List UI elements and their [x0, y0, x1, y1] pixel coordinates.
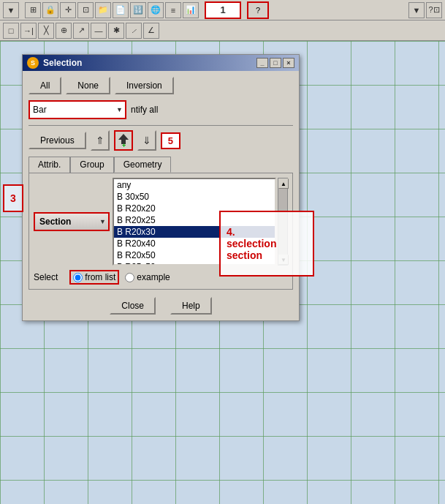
list-item-selected[interactable]: B R20x30 — [114, 226, 275, 238]
tb-r2-arr2[interactable]: ↗ — [73, 23, 89, 39]
restore-button[interactable]: □ — [270, 58, 281, 68]
annotation-label-3: 3 — [10, 192, 16, 204]
annotation-box-1: 1 — [205, 1, 241, 19]
section-listbox[interactable]: any B 30x50 B R20x20 B R20x25 B R20x30 B… — [113, 178, 276, 266]
grid-line-v10 — [395, 41, 395, 504]
grid-line-v11 — [438, 41, 439, 504]
toolbar-row2: □ →| ╳ ⊕ ↗ — ✱ ⟋ ∠ — [0, 20, 445, 41]
svg-text:+: + — [122, 142, 126, 148]
tb-r2-0[interactable]: □ — [3, 23, 19, 39]
toolbar-row1: ▼ ⊞ 🔒 ✛ ⊡ 📁 📄 🔢 🌐 ≡ 📊 1 ? ▼ ?⊡ — [0, 0, 445, 20]
grid-line-v9 — [351, 41, 351, 504]
list-item[interactable]: B R20x50 — [114, 249, 275, 261]
arrow-up-btn[interactable]: ⇑ — [91, 130, 110, 151]
annotation-box-3: 3 — [3, 184, 23, 212]
tb-r2-cross2[interactable]: ⊕ — [56, 23, 72, 39]
tb-r2-angle[interactable]: ∠ — [143, 23, 159, 39]
tb-btn-calc[interactable]: 🔢 — [130, 2, 146, 18]
tb-dropdown1[interactable]: ▼ — [3, 2, 19, 18]
tb-btn-cross[interactable]: ✛ — [60, 2, 76, 18]
example-label: example — [137, 272, 170, 282]
list-item[interactable]: B R20x20 — [114, 203, 275, 214]
tb-btn-doc[interactable]: 📄 — [113, 2, 129, 18]
main-area: S Selection _ □ × All None Inversion Bar — [0, 41, 445, 504]
inversion-button[interactable]: Inversion — [115, 77, 174, 94]
example-radio[interactable] — [125, 273, 134, 282]
help-button[interactable]: Help — [170, 297, 212, 315]
list-item[interactable]: B 30x50 — [114, 191, 275, 203]
selection-dialog: S Selection _ □ × All None Inversion Bar — [22, 54, 300, 321]
annotation-5-box: 5 — [161, 132, 180, 149]
example-option[interactable]: example — [125, 272, 170, 282]
top-btn-row: All None Inversion — [28, 77, 293, 94]
tb-r2-star[interactable]: ✱ — [108, 23, 124, 39]
tb-btn-lock[interactable]: 🔒 — [42, 2, 58, 18]
tab-group[interactable]: Group — [70, 157, 113, 173]
tabs-row: Attrib. Group Geometry — [28, 157, 293, 173]
identify-label: ntify all — [131, 105, 158, 115]
previous-button[interactable]: Previous — [28, 132, 86, 149]
grid-line-h11 — [0, 480, 445, 481]
annotation-box-2-icon: ? — [247, 1, 269, 19]
bottom-btn-row: Close Help — [28, 297, 293, 315]
from-list-option[interactable]: from list — [69, 270, 119, 285]
grid-line-v8 — [307, 41, 308, 504]
bar-dropdown[interactable]: Bar — [30, 102, 125, 118]
scroll-up-btn[interactable]: ▲ — [278, 178, 289, 189]
grid-line-v1 — [0, 41, 1, 504]
radio-group: from list example — [69, 270, 170, 285]
separator1 — [28, 125, 293, 126]
list-item[interactable]: B R20x40 — [114, 238, 275, 249]
tb-r2-dash[interactable]: — — [91, 23, 107, 39]
all-button[interactable]: All — [28, 77, 61, 94]
grid-line-h10 — [0, 436, 445, 437]
list-item[interactable]: any — [114, 179, 275, 191]
dialog-titlebar: S Selection _ □ × — [23, 55, 299, 71]
list-scrollbar[interactable]: ▲ ▼ — [278, 178, 288, 266]
tb-r2-cross1[interactable]: ╳ — [38, 23, 54, 39]
from-list-label: from list — [85, 272, 115, 282]
tab-geometry[interactable]: Geometry — [114, 157, 172, 173]
scroll-track — [278, 189, 287, 255]
tb-btn-more[interactable]: ▼ — [408, 2, 425, 18]
scroll-down-btn[interactable]: ▼ — [278, 255, 289, 265]
grid-line-h8 — [0, 348, 445, 349]
tb-btn-chart[interactable]: 📊 — [183, 2, 199, 18]
tab-attrib[interactable]: Attrib. — [28, 157, 70, 173]
dialog-body: All None Inversion Bar ntify all Previou… — [23, 71, 299, 320]
list-item[interactable]: B R25x50 — [114, 261, 275, 266]
minimize-button[interactable]: _ — [256, 58, 268, 68]
dialog-controls: _ □ × — [256, 58, 294, 68]
from-list-radio[interactable] — [73, 273, 83, 282]
dialog-title: Selection — [43, 58, 82, 68]
tb-btn-folder[interactable]: 📁 — [95, 2, 111, 18]
tb-r2-diag[interactable]: ⟋ — [126, 23, 142, 39]
annotation-label-1: 1 — [220, 4, 225, 15]
dialog-icon: S — [27, 57, 39, 69]
tb-btn-q2[interactable]: ?⊡ — [426, 2, 442, 18]
prev-row: Previous ⇑ + ⇓ 5 — [28, 130, 293, 151]
grid-line-h1 — [0, 41, 445, 42]
arrow-plus-icon: + — [117, 132, 130, 148]
close-button[interactable]: × — [283, 58, 294, 68]
tab-content-geometry: Section any B 30x50 B R20x20 B R20x25 B … — [28, 173, 293, 290]
none-button[interactable]: None — [66, 77, 110, 94]
arrow-down-btn[interactable]: ⇓ — [137, 130, 156, 151]
arrow-up-add-btn[interactable]: + — [114, 130, 133, 151]
tb-btn-grid[interactable]: ⊞ — [25, 2, 41, 18]
section-row: Section any B 30x50 B R20x20 B R20x25 B … — [34, 178, 288, 266]
grid-line-h9 — [0, 392, 445, 393]
section-dropdown[interactable]: Section — [35, 214, 108, 230]
tb-btn-size[interactable]: ⊡ — [77, 2, 94, 18]
bar-dropdown-wrapper: Bar — [28, 100, 126, 119]
list-item[interactable]: B R20x25 — [114, 214, 275, 226]
list-area: any B 30x50 B R20x20 B R20x25 B R20x30 B… — [113, 178, 288, 266]
tb-btn-bars[interactable]: ≡ — [165, 2, 181, 18]
dropdown-row: Bar ntify all — [28, 100, 293, 119]
dialog-close-button[interactable]: Close — [110, 297, 156, 315]
section-dropdown-wrapper: Section — [34, 212, 110, 231]
tb-r2-arrow[interactable]: →| — [20, 23, 37, 39]
select-label: Select — [34, 272, 58, 282]
select-opt-row: Select from list example — [34, 270, 288, 285]
tb-btn-globe[interactable]: 🌐 — [148, 2, 164, 18]
